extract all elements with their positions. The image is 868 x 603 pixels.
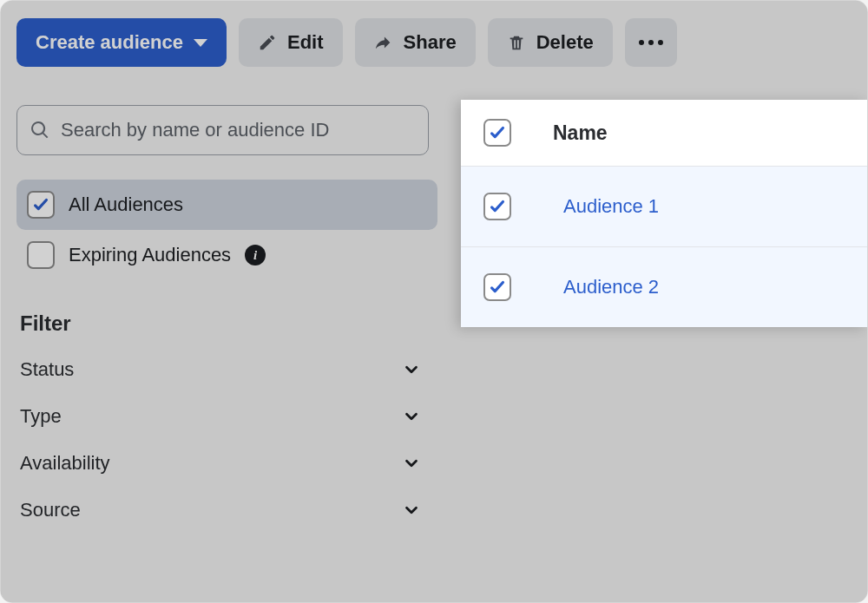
sidebar: All Audiences Expiring Audiences i Filte… (16, 180, 437, 534)
search-icon (30, 120, 50, 141)
check-icon (488, 278, 507, 297)
check-icon (31, 195, 50, 214)
filter-type[interactable]: Type (16, 393, 424, 440)
sidebar-item-label: All Audiences (69, 193, 183, 216)
select-all-checkbox[interactable] (483, 119, 511, 147)
table-row[interactable]: Audience 2 (461, 247, 867, 327)
share-label: Share (404, 31, 457, 54)
info-icon[interactable]: i (245, 245, 266, 265)
column-header-name: Name (553, 121, 608, 145)
expiring-audiences-checkbox[interactable] (27, 241, 55, 269)
check-icon (488, 197, 507, 216)
edit-label: Edit (287, 31, 324, 54)
filter-heading: Filter (16, 311, 437, 336)
caret-down-icon (194, 39, 207, 47)
create-audience-button[interactable]: Create audience (16, 18, 227, 67)
pencil-icon (258, 33, 277, 52)
search-input[interactable] (61, 119, 416, 141)
filter-label: Availability (20, 452, 110, 475)
sidebar-item-label: Expiring Audiences (69, 244, 231, 266)
trash-icon (507, 33, 526, 52)
sidebar-item-all-audiences[interactable]: All Audiences (16, 180, 437, 230)
share-button[interactable]: Share (355, 18, 476, 67)
edit-button[interactable]: Edit (239, 18, 343, 67)
sidebar-item-expiring-audiences[interactable]: Expiring Audiences i (16, 230, 437, 280)
toolbar: Create audience Edit Share Delete (16, 16, 852, 69)
row-checkbox[interactable] (483, 193, 511, 220)
chevron-down-icon (402, 454, 421, 473)
audience-link[interactable]: Audience 1 (563, 195, 659, 218)
filter-availability[interactable]: Availability (16, 440, 424, 487)
more-button[interactable] (625, 18, 677, 67)
chevron-down-icon (402, 501, 421, 520)
share-arrow-icon (374, 33, 393, 52)
filter-status[interactable]: Status (16, 346, 424, 393)
filter-label: Type (20, 405, 62, 428)
create-audience-label: Create audience (36, 31, 183, 54)
chevron-down-icon (402, 407, 421, 426)
audience-link[interactable]: Audience 2 (563, 276, 659, 298)
chevron-down-icon (402, 360, 421, 379)
audience-table-popover: Name Audience 1 Audience 2 (461, 100, 867, 327)
table-header: Name (461, 100, 867, 167)
filter-label: Status (20, 358, 74, 381)
delete-label: Delete (536, 31, 594, 54)
delete-button[interactable]: Delete (488, 18, 613, 67)
filter-source[interactable]: Source (16, 487, 424, 534)
search-input-wrapper[interactable] (16, 105, 429, 155)
row-checkbox[interactable] (483, 273, 511, 301)
all-audiences-checkbox[interactable] (27, 191, 55, 219)
filter-label: Source (20, 499, 81, 521)
table-row[interactable]: Audience 1 (461, 167, 867, 247)
check-icon (488, 123, 507, 142)
more-icon (639, 40, 663, 45)
